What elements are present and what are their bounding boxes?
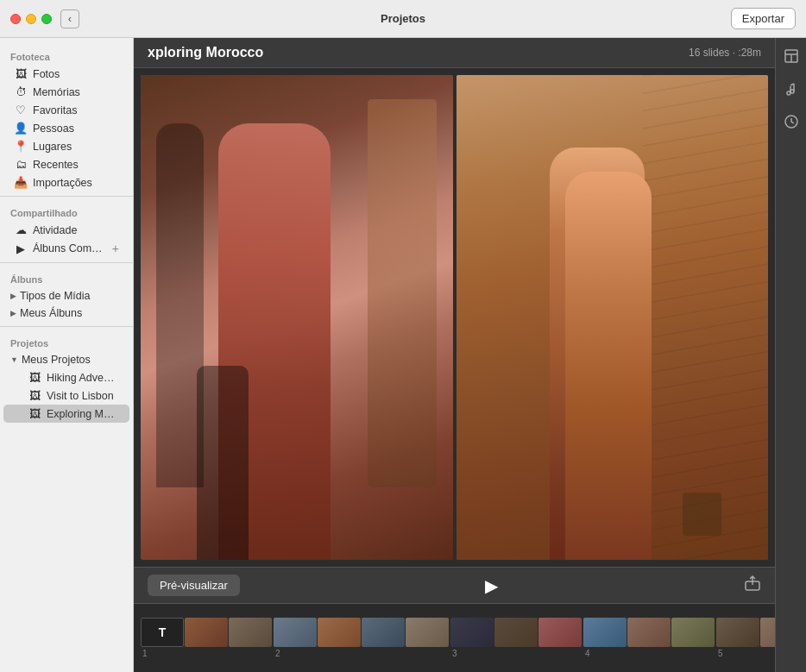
project-meta: 16 slides · :28m (689, 47, 761, 59)
favorites-icon: ♡ (14, 104, 28, 116)
share-button[interactable] (744, 575, 761, 596)
main-layout: Fototeca 🖼 Fotos ⏱ Memórias ♡ Favoritas … (0, 38, 806, 672)
export-button[interactable]: Exportar (731, 8, 796, 29)
preview-button[interactable]: Pré-visualizar (148, 575, 240, 596)
sidebar-label-favoritas: Favoritas (33, 104, 77, 116)
title-bar: ‹ Projetos Exportar (0, 0, 806, 38)
photo-right (457, 75, 769, 560)
sidebar-section-compartilhado: Compartilhado (0, 201, 133, 221)
sidebar-item-importacoes[interactable]: 📥 Importações (3, 173, 129, 192)
sidebar-item-lugares[interactable]: 📍 Lugares (3, 137, 129, 155)
sidebar-section-albuns: Álbuns (0, 267, 133, 287)
sidebar-item-pessoas[interactable]: 👤 Pessoas (3, 119, 129, 137)
slide-number: 1 (141, 649, 148, 658)
sidebar-label-pessoas: Pessoas (33, 122, 74, 135)
back-button[interactable]: ‹ (60, 9, 79, 28)
sidebar-item-atividade[interactable]: ☁ Atividade (3, 221, 129, 239)
sidebar-item-exploring-morocco[interactable]: 🖼 Exploring Moroc... (3, 405, 129, 423)
divider-2 (0, 262, 133, 263)
sidebar-item-favoritas[interactable]: ♡ Favoritas (3, 101, 129, 119)
filmstrip-thumb (627, 618, 671, 647)
sidebar-section-projetos: Projetos (0, 331, 133, 351)
filmstrip-cell-1: T (141, 618, 272, 647)
filmstrip-thumb (362, 618, 405, 647)
sidebar-item-recentes[interactable]: 🗂 Recentes (3, 155, 129, 173)
activity-icon: ☁ (14, 223, 28, 236)
triangle-icon-meus-albuns: ▶ (10, 309, 16, 317)
sidebar-label-tipos-de-midia: Tipos de Mídia (20, 290, 91, 302)
add-shared-album-button[interactable]: + (112, 242, 119, 255)
triangle-icon-projetos: ▼ (10, 355, 18, 364)
sidebar: Fototeca 🖼 Fotos ⏱ Memórias ♡ Favoritas … (0, 38, 134, 672)
duration-icon[interactable] (784, 114, 799, 129)
sidebar-label-importacoes: Importações (33, 177, 92, 189)
sidebar-item-fotos[interactable]: 🖼 Fotos (3, 65, 129, 83)
maximize-button[interactable] (41, 14, 52, 24)
filmstrip-cell-3 (450, 618, 582, 647)
right-panel (775, 38, 806, 672)
play-button[interactable]: ▶ (485, 575, 498, 596)
import-icon: 📥 (14, 176, 28, 189)
sidebar-label-meus-projetos: Meus Projetos (22, 354, 91, 366)
sidebar-item-memorias[interactable]: ⏱ Memórias (3, 83, 129, 101)
slideshow-icon-morocco: 🖼 (28, 407, 41, 420)
sidebar-item-meus-albuns[interactable]: ▶ Meus Álbuns (3, 305, 129, 322)
close-button[interactable] (10, 14, 21, 24)
sidebar-label-recentes: Recentes (33, 159, 79, 171)
minimize-button[interactable] (26, 14, 36, 24)
sidebar-label-lugares: Lugares (33, 141, 72, 153)
slide-number: 2 (274, 649, 280, 658)
controls-bar: Pré-visualizar ▶ (134, 567, 775, 603)
sidebar-label-hiking-adventure: Hiking Adventure (47, 372, 119, 384)
filmstrip-slide-5[interactable]: 5 (716, 618, 775, 658)
filmstrip-slide-3[interactable]: 3 (450, 618, 582, 658)
sidebar-label-atividade: Atividade (33, 224, 77, 236)
filmstrip-thumb (760, 618, 775, 647)
filmstrip-thumb (583, 618, 627, 647)
filmstrip-thumb (450, 618, 494, 647)
memories-icon: ⏱ (14, 85, 28, 98)
filmstrip-cell-4 (583, 618, 715, 647)
filmstrip-slide-2[interactable]: 2 (274, 618, 449, 658)
people-icon: 👤 (14, 122, 28, 135)
divider-1 (0, 196, 133, 197)
photo-left (141, 75, 453, 560)
sidebar-item-hiking-adventure[interactable]: 🖼 Hiking Adventure (3, 368, 129, 386)
filmstrip-slide-1[interactable]: T 1 (141, 618, 272, 658)
sidebar-item-tipos-de-midia[interactable]: ▶ Tipos de Mídia (3, 287, 129, 305)
content-area: xploring Morocco 16 slides · :28m (134, 38, 775, 672)
sidebar-label-albuns-compartilhados: Álbuns Compart... (33, 242, 105, 254)
slide-number: 5 (716, 649, 723, 658)
filmstrip-thumb (318, 618, 361, 647)
photo-display (134, 68, 775, 567)
filmstrip: T 1 2 (134, 603, 775, 672)
slideshow-icon-hiking: 🖼 (28, 371, 41, 384)
sidebar-label-visit-to-lisbon: Visit to Lisbon (47, 390, 114, 402)
slideshow-icon-lisbon: 🖼 (28, 389, 41, 402)
filmstrip-thumb (671, 618, 715, 647)
filmstrip-thumb (716, 618, 759, 647)
filmstrip-cell-2 (274, 618, 449, 647)
window-title: Projetos (381, 12, 425, 25)
sidebar-item-albuns-compartilhados[interactable]: ▶ Álbuns Compart... + (3, 239, 129, 258)
window-controls (0, 14, 52, 24)
sidebar-label-fotos: Fotos (33, 68, 60, 80)
shared-albums-icon: ▶ (14, 242, 28, 255)
sidebar-section-fototeca: Fototeca (0, 45, 133, 65)
filmstrip-thumb (538, 618, 582, 647)
filmstrip-thumb (229, 618, 272, 647)
photos-icon: 🖼 (14, 67, 28, 80)
slide-number: 4 (583, 649, 590, 658)
sidebar-item-visit-to-lisbon[interactable]: 🖼 Visit to Lisbon (3, 386, 129, 405)
text-slide: T (141, 618, 184, 647)
layout-icon[interactable] (784, 48, 799, 64)
slide-number: 3 (450, 649, 457, 658)
filmstrip-cell-5 (716, 618, 775, 647)
project-header: xploring Morocco 16 slides · :28m (134, 38, 775, 68)
music-icon[interactable] (784, 81, 799, 97)
sidebar-label-meus-albuns: Meus Álbuns (20, 307, 82, 319)
sidebar-item-meus-projetos[interactable]: ▼ Meus Projetos (3, 351, 129, 368)
filmstrip-slide-4[interactable]: 4 (583, 618, 715, 658)
filmstrip-thumb (494, 618, 538, 647)
filmstrip-thumb (274, 618, 317, 647)
